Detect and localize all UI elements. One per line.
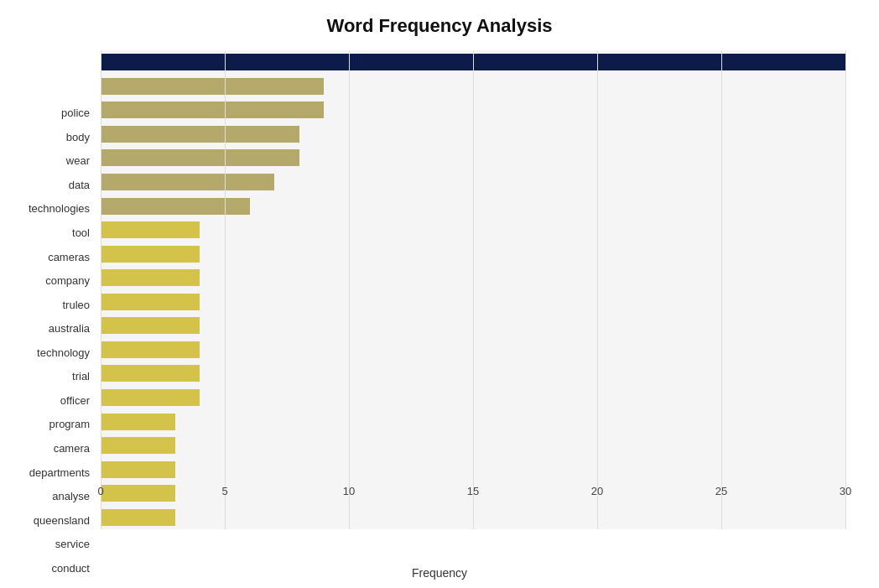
bar [101,317,200,334]
bar [101,269,200,286]
y-label: program [49,418,90,430]
y-axis-labels: policebodyweardatatechnologiestoolcamera… [0,50,96,529]
x-tick-label: 0 [97,485,103,497]
bar [101,101,324,118]
bar [101,414,175,430]
y-label: technologies [29,202,90,215]
y-label: cameras [48,250,90,263]
chart-area: 051015202530 [101,50,845,529]
bar [101,485,175,502]
y-label: trial [72,370,90,382]
gridline [845,50,846,529]
gridline [349,50,350,529]
bar [101,294,200,310]
x-tick-label: 25 [715,485,727,497]
gridline [721,50,722,529]
y-label: company [45,274,90,287]
bar [101,365,200,382]
x-tick-label: 5 [221,485,227,497]
bar [101,389,200,406]
x-tick-label: 10 [343,485,355,497]
x-axis-label: Frequency [0,566,879,580]
bar [101,174,274,190]
bar [101,149,299,166]
bar [101,437,175,454]
gridline [473,50,474,529]
bar [101,198,250,215]
gridline [101,50,101,529]
y-label: queensland [34,513,90,526]
y-label: camera [54,441,90,454]
y-label: australia [49,322,90,335]
x-tick-label: 20 [591,485,603,497]
y-label: analyse [52,490,90,502]
y-label: tool [72,226,90,239]
y-label: departments [29,466,90,478]
x-tick-label: 15 [467,485,479,497]
gridline [225,50,226,529]
bar [101,509,175,526]
chart-title: Word Frequency Analysis [0,15,879,37]
x-tick-label: 30 [840,485,851,497]
bar [101,126,299,143]
y-label: service [55,538,90,550]
bar [101,341,200,358]
bar [101,221,200,238]
bar [101,461,175,478]
y-label: officer [60,393,90,406]
bar [101,78,324,95]
y-label: technology [37,346,90,358]
bar [101,246,200,263]
gridline [597,50,598,529]
y-label: wear [66,154,90,167]
y-label: data [69,178,90,190]
y-label: police [61,107,90,119]
chart-container: Word Frequency Analysis policebodywearda… [0,0,879,588]
y-label: truleo [62,298,90,310]
y-label: body [66,130,90,143]
